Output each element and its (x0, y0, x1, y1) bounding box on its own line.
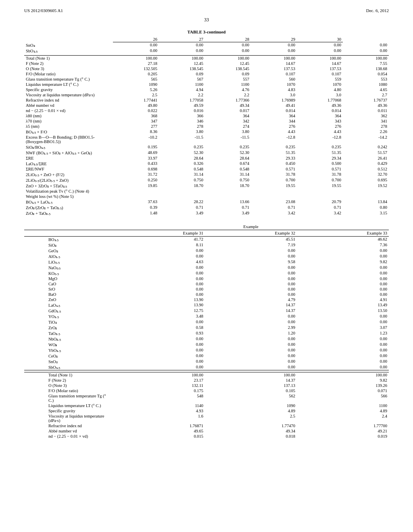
cell-value: 14.67 (297, 61, 343, 66)
cell-value: 52.30 (159, 150, 205, 156)
cell-value: 0.00 (297, 287, 389, 292)
row-label: AlO₁.₅ (24, 254, 113, 259)
row-label: Specific gravity (24, 87, 113, 92)
cell-value: 46.62 (297, 237, 389, 243)
cell-value: 0.235 (205, 144, 251, 150)
row-label: GeO₂ (24, 248, 113, 254)
cell-value: 0.054 (343, 71, 389, 77)
cell-value: 139.26 (297, 383, 389, 388)
cell-value: 0.00 (205, 292, 297, 297)
row-label: F/O (Molar ratio) (24, 71, 113, 77)
cell-value: 20.79 (297, 199, 343, 205)
table-row: SiO₂/BO₁.₅0.1950.2350.2350.2350.2350.242 (24, 144, 389, 150)
table-row: SiO₂8.117.197.36 (24, 242, 389, 248)
table-row: nd − (2.25 − 0.01 × vd)0.0150.0180.019 (24, 434, 389, 439)
row-label: O (Note 3) (24, 383, 113, 388)
cell-value: -11.5 (205, 135, 251, 144)
row-label: SbO₁.₅ (24, 364, 113, 370)
cell-value: 276 (251, 124, 297, 129)
cell-value: 0.00 (297, 314, 389, 319)
cell-value: 100.00 (297, 56, 343, 61)
cell-value: 4.79 (205, 297, 297, 302)
cell-value: 0.00 (205, 48, 251, 54)
cell-value: 0.00 (113, 287, 205, 292)
table-row: YO₁.₅3.480.000.00 (24, 314, 389, 319)
cell-value: 0.00 (113, 364, 205, 370)
cell-value: 0.571 (297, 166, 343, 172)
table-row: ZrO₂/(ZrO₂ + TaO₂.₅)0.390.710.710.710.71… (24, 205, 389, 210)
table-row: SrO0.000.000.00 (24, 287, 389, 292)
cell-value: 0.00 (297, 281, 389, 287)
col-header-30: 30 (297, 37, 343, 42)
table-row: LaO₁.₅13.9014.3713.49 (24, 302, 389, 308)
cell-value (159, 189, 205, 194)
cell-value: 14.37 (205, 378, 297, 383)
cell-value: 5.26 (113, 87, 159, 92)
table-row: 2LiO₀.₅/(2LiO₀.₅ + ZnO)0.2500.7500.7500.… (24, 177, 389, 183)
cell-value (205, 194, 251, 199)
cell-value: 3.49 (159, 210, 205, 216)
patent-date: Dec. 6, 2012 (366, 8, 389, 13)
table-row: F/O (Molar ratio)0.2050.090.090.1070.107… (24, 71, 389, 77)
cell-value: 0.09 (159, 71, 205, 77)
cell-value: 0.00 (205, 42, 251, 48)
cell-value: 366 (159, 113, 205, 118)
cell-value: 0.00 (205, 342, 297, 347)
table-row: ZnO + 3ZrO₂ + 5TaO₂.₅19.8518.7018.7019.5… (24, 183, 389, 189)
row-label: KO₀.₅ (24, 270, 113, 276)
row-label: Abbé number vd (24, 428, 113, 434)
page-header: US 2012/0309605 A1 Dec. 6, 2012 (24, 8, 389, 13)
row-label: NbO₂.₅ (24, 336, 113, 342)
cell-value: 12.45 (205, 61, 251, 66)
table-row: Total (Note 1)100.00100.00100.00100.0010… (24, 56, 389, 61)
cell-value: 0.00 (297, 265, 389, 270)
cell-value: 0.548 (159, 166, 205, 172)
cell-value: 0.512 (343, 166, 389, 172)
table-row: GeO₂0.000.000.00 (24, 248, 389, 254)
cell-value: 0.00 (205, 281, 297, 287)
cell-value (343, 189, 389, 194)
cell-value: 1.20 (205, 330, 297, 336)
cell-value: 0.00 (205, 254, 297, 259)
row-label: NaO₀.₅ (24, 265, 113, 270)
cell-value: 8.36 (113, 129, 159, 135)
cell-value: 100.00 (113, 372, 205, 378)
row-label: Total (Note 1) (24, 372, 113, 378)
cell-value: 0.00 (113, 353, 205, 359)
cell-value: 1.23 (297, 330, 389, 336)
cell-value: 0.242 (343, 144, 389, 150)
table-row: KO₀.₅0.000.000.00 (24, 270, 389, 276)
table-row: Liquidus temperature LT (° C.)1090110011… (24, 82, 389, 87)
cell-value: 9.82 (297, 259, 389, 265)
cell-value: 553 (343, 77, 389, 82)
cell-value: 100.00 (343, 56, 389, 61)
row-label: 2LiO₀.₅/(2LiO₀.₅ + ZnO) (24, 177, 113, 183)
cell-value: 4.89 (205, 408, 297, 414)
table-row: F (Note 2)23.1714.379.82 (24, 378, 389, 383)
cell-value: 28.64 (205, 156, 251, 161)
cell-value: 1.6 (113, 414, 205, 423)
row-label: Refractive index nd (24, 423, 113, 428)
cell-value: 0.09 (205, 71, 251, 77)
cell-value: 29.34 (297, 156, 343, 161)
table-row: Excess B—O—B Bonding; D (BBO1.5-(Boxygen… (24, 135, 389, 144)
cell-value: 100.00 (205, 372, 297, 378)
row-label: F (Note 2) (24, 61, 113, 66)
cell-value: 1100 (159, 82, 205, 87)
table-row: F/O (Molar ratio)0.1750.1050.071 (24, 388, 389, 393)
cell-value: 7.55 (343, 61, 389, 66)
cell-value: 0.00 (113, 265, 205, 270)
row-label: GdO₁.₅ (24, 308, 113, 314)
cell-value: 0.00 (113, 336, 205, 342)
cell-value: 0.698 (113, 166, 159, 172)
table-row: Refractive index nd1.768711.774701.77700 (24, 423, 389, 428)
cell-value: 1.76737 (343, 98, 389, 103)
cell-value: 23.08 (251, 199, 297, 205)
row-label: ΣRE/NWF (24, 166, 113, 172)
cell-value: 562 (205, 393, 297, 403)
table-row: λ80 (nm)368366364364364362 (24, 113, 389, 118)
cell-value: 1090 (113, 82, 159, 87)
cell-value: 4.43 (297, 129, 343, 135)
cell-value: 13.50 (297, 308, 389, 314)
cell-value: 0.00 (113, 270, 205, 276)
